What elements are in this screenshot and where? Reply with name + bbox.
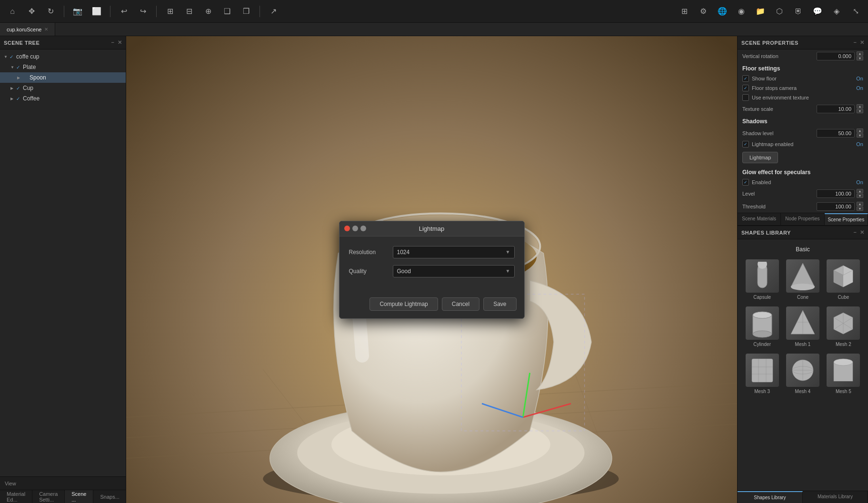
shape-item-cylinder[interactable]: Cylinder (743, 305, 781, 349)
shape-icon[interactable]: ◈ (829, 4, 844, 19)
redo-icon[interactable]: ↪ (135, 4, 150, 19)
lightmap-dialog: Lightmap Resolution 1024 ▼ Quality Good (339, 221, 525, 319)
texture-scale-up[interactable]: ▲ (857, 104, 863, 108)
glow-level-up[interactable]: ▲ (857, 189, 863, 193)
texture-scale-spinner: ▲ ▼ (857, 104, 863, 113)
shadow-level-input[interactable] (817, 129, 855, 138)
tree-item-plate[interactable]: ▼ ✓ Plate (0, 62, 126, 72)
tab-scene[interactable]: cup.koruScene ✕ (0, 23, 55, 36)
expand-arrow-spoon[interactable]: ▶ (17, 76, 23, 80)
tab-close-icon[interactable]: ✕ (44, 27, 48, 32)
save-button[interactable]: Save (483, 297, 516, 311)
frame-icon[interactable]: ⬜ (89, 4, 104, 19)
shield-icon[interactable]: ⛨ (791, 4, 806, 19)
check-cup[interactable]: ✓ (16, 86, 23, 91)
lib-tab-shapes[interactable]: Shapes Library (738, 491, 803, 503)
lightmap-enabled-checkbox[interactable]: ✓ (742, 141, 749, 148)
home-icon[interactable]: ⌂ (5, 4, 20, 19)
shadows-title: Shadows (738, 115, 868, 127)
bottom-tab-snaps[interactable]: Snaps... (93, 490, 126, 503)
floor-stops-camera-checkbox[interactable]: ✓ (742, 85, 749, 91)
glow-threshold-up[interactable]: ▲ (857, 202, 863, 206)
compute-lightmap-button[interactable]: Compute Lightmap (369, 297, 438, 311)
expand-arrow-coffee[interactable]: ▶ (10, 97, 16, 101)
chat-icon[interactable]: 💬 (810, 4, 825, 19)
layout-icon[interactable]: ⊞ (677, 4, 692, 19)
shape-item-cone[interactable]: Cone (784, 257, 821, 302)
glow-threshold-input[interactable] (817, 202, 855, 211)
camera-icon[interactable]: 📷 (70, 4, 85, 19)
tree-item-cup[interactable]: ▶ ✓ Cup (0, 83, 126, 93)
window-controls (344, 226, 366, 231)
bottom-tab-scene[interactable]: Scene ... (65, 490, 93, 503)
export-icon[interactable]: ↗ (266, 4, 281, 19)
bottom-tab-material[interactable]: Material Ed... (0, 490, 32, 503)
vertical-rotation-down[interactable]: ▼ (857, 56, 863, 60)
undo-icon[interactable]: ↩ (116, 4, 131, 19)
check-plate[interactable]: ✓ (16, 65, 23, 70)
glow-level-down[interactable]: ▼ (857, 194, 863, 198)
resize-icon[interactable]: ⤡ (848, 4, 863, 19)
globe-icon[interactable]: 🌐 (715, 4, 730, 19)
shape-item-mesh2[interactable]: Mesh 2 (825, 305, 862, 349)
shadow-level-up[interactable]: ▲ (857, 128, 863, 133)
shape-item-capsule[interactable]: Capsule (743, 257, 781, 302)
rotate-icon[interactable]: ↻ (43, 4, 58, 19)
snap-icon[interactable]: ⊕ (200, 4, 216, 19)
expand-arrow-coffecup[interactable]: ▼ (4, 55, 10, 59)
expand-arrow-cup[interactable]: ▶ (10, 86, 16, 90)
tab-scene-properties[interactable]: Scene Properties (825, 213, 868, 225)
quality-select[interactable]: Good ▼ (393, 265, 515, 277)
shapes-collapse-icon[interactable]: − (854, 229, 857, 236)
folder-icon[interactable]: 📁 (753, 4, 768, 19)
viewport[interactable]: Lightmap Resolution 1024 ▼ Quality Good (126, 36, 737, 503)
check-coffee[interactable]: ✓ (16, 96, 23, 101)
settings-icon[interactable]: ⚙ (696, 4, 711, 19)
close-dot[interactable] (344, 226, 350, 231)
group-icon[interactable]: ❑ (219, 4, 235, 19)
tab-scene-materials[interactable]: Scene Materials (738, 213, 781, 225)
shape-item-mesh1[interactable]: Mesh 1 (784, 305, 821, 349)
ungroup-icon[interactable]: ❒ (239, 4, 254, 19)
scene-tree-collapse-icon[interactable]: − (111, 39, 115, 46)
resolution-select[interactable]: 1024 ▼ (393, 246, 515, 258)
tree-item-spoon[interactable]: ▶ Spoon (0, 72, 126, 83)
scene-tree-close-icon[interactable]: ✕ (118, 39, 122, 46)
vertical-rotation-up[interactable]: ▲ (857, 51, 863, 56)
tab-node-properties[interactable]: Node Properties (781, 213, 824, 225)
shapes-close-icon[interactable]: ✕ (860, 229, 865, 236)
vertical-rotation-input[interactable] (817, 52, 855, 60)
right-panels: SCENE PROPERTIES − ✕ Vertical rotation ▲… (737, 36, 868, 503)
lib-tab-materials[interactable]: Materials Library (803, 491, 868, 503)
expand-arrow-plate[interactable]: ▼ (10, 65, 16, 69)
align-icon[interactable]: ⊟ (181, 4, 197, 19)
shape-item-mesh5[interactable]: Mesh 5 (825, 352, 862, 396)
bottom-tab-camera[interactable]: Camera Setti... (32, 490, 65, 503)
network-icon[interactable]: ⬡ (772, 4, 787, 19)
texture-scale-input[interactable] (817, 105, 855, 113)
transform-icon[interactable]: ⊞ (162, 4, 178, 19)
shadow-level-down[interactable]: ▼ (857, 133, 863, 138)
shapes-library-header: SHAPES LIBRARY − ✕ (738, 226, 868, 239)
tree-item-coffee[interactable]: ▶ ✓ Coffee (0, 93, 126, 104)
show-floor-checkbox[interactable]: ✓ (742, 75, 749, 82)
maximize-dot[interactable] (360, 226, 366, 231)
glow-enabled-checkbox[interactable]: ✓ (742, 179, 749, 186)
shape-item-cube[interactable]: Cube (825, 257, 862, 302)
shape-label-mesh3: Mesh 3 (754, 389, 770, 394)
check-coffecup[interactable]: ✓ (10, 54, 16, 59)
glow-level-input[interactable] (817, 189, 855, 198)
move-icon[interactable]: ✥ (24, 4, 39, 19)
texture-scale-down[interactable]: ▼ (857, 109, 863, 113)
shape-item-mesh4[interactable]: Mesh 4 (784, 352, 821, 396)
scene-props-close[interactable]: ✕ (860, 39, 865, 46)
glow-threshold-down[interactable]: ▼ (857, 207, 863, 211)
render-icon[interactable]: ◉ (734, 4, 749, 19)
tree-item-coffe-cup[interactable]: ▼ ✓ coffe cup (0, 51, 126, 62)
scene-props-collapse[interactable]: − (854, 39, 857, 46)
lightmap-button[interactable]: Lightmap (742, 152, 778, 163)
cancel-button[interactable]: Cancel (442, 297, 479, 311)
shape-item-mesh3[interactable]: Mesh 3 (743, 352, 781, 396)
minimize-dot[interactable] (352, 226, 358, 231)
use-env-texture-checkbox[interactable]: ✓ (742, 94, 749, 101)
